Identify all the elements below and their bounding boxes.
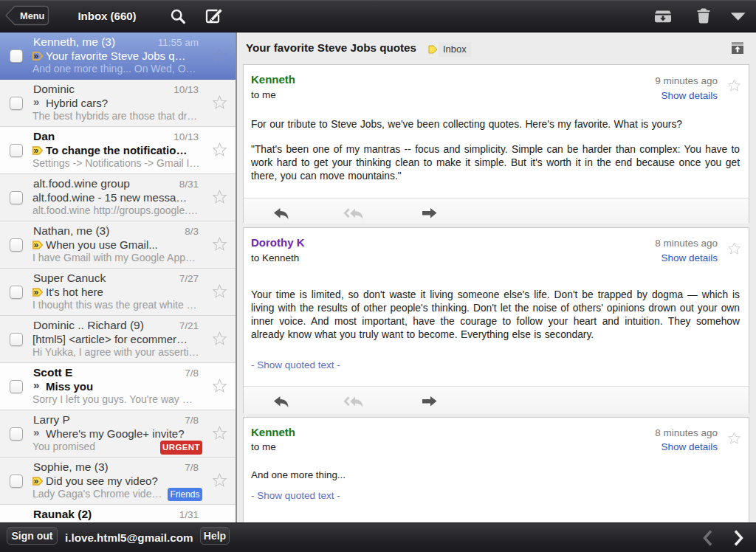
svg-text:»: » — [34, 288, 39, 297]
svg-text:»: » — [34, 477, 39, 486]
svg-text:»: » — [34, 52, 39, 61]
svg-text:»: » — [34, 241, 39, 249]
svg-text:»: » — [34, 146, 39, 155]
